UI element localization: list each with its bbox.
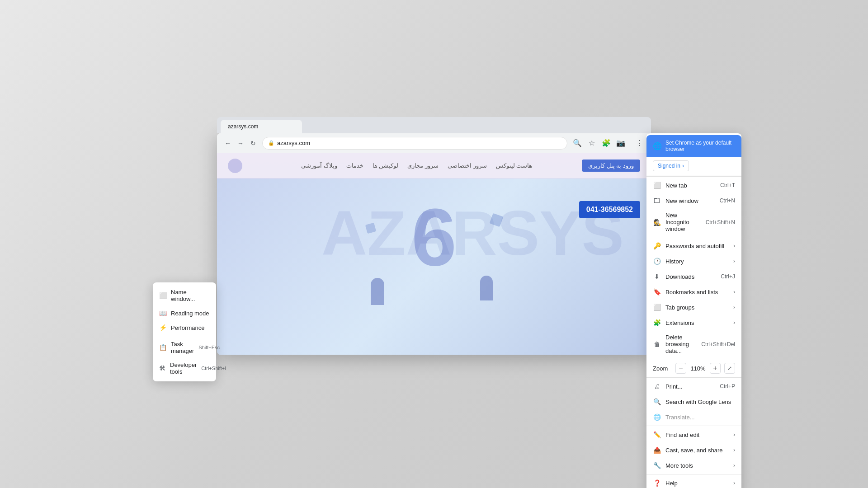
search-lens-icon: 🔍 (653, 398, 661, 406)
dev-tools-shortcut: Ctrl+Shift+I (201, 366, 226, 371)
bookmark-icon-btn[interactable]: ☆ (585, 137, 598, 150)
dev-tools-label: Developer tools (170, 361, 197, 375)
zoom-value: 110% (690, 365, 706, 372)
site-nav: هاست لینوکس سرور اختصاصی سرور مجازی لوکی… (217, 153, 651, 178)
performance-label: Performance (171, 324, 204, 331)
signed-in-label: Signed in (658, 163, 680, 169)
url-text: azarsys.com (277, 140, 310, 146)
site-hero-text: 041-36569852 (579, 192, 640, 218)
help-arrow: › (733, 480, 735, 486)
new-tab-item[interactable]: ⬜ New tab Ctrl+T (646, 178, 741, 193)
performance-icon: ⚡ (159, 324, 166, 331)
more-tools-icon: 🔧 (653, 461, 661, 469)
ctx-reading-mode[interactable]: 📖 Reading mode (153, 306, 216, 320)
forward-button[interactable]: → (235, 138, 246, 149)
downloads-item[interactable]: ⬇ Downloads Ctrl+J (646, 269, 741, 284)
panel-login-button[interactable]: ورود به پنل کاربری (582, 160, 640, 172)
bookmarks-icon: 🔖 (653, 288, 661, 296)
translate-item[interactable]: 🌐 Translate... (646, 409, 741, 425)
context-menu-small: ⬜ Name window... 📖 Reading mode ⚡ Perfor… (153, 282, 216, 381)
more-tools-item[interactable]: 🔧 More tools › (646, 458, 741, 473)
name-window-icon: ⬜ (159, 292, 166, 299)
refresh-button[interactable]: ↻ (248, 138, 259, 149)
back-button[interactable]: ← (222, 138, 233, 149)
hero-illustration: 6 (344, 188, 524, 323)
delete-browsing-item[interactable]: 🗑 Delete browsing data... Ctrl+Shift+Del (646, 330, 741, 358)
more-tools-label: More tools (665, 462, 729, 469)
site-nav-links: هاست لینوکس سرور اختصاصی سرور مجازی لوکی… (292, 162, 532, 169)
cast-save-icon: 📤 (653, 446, 661, 454)
menu-divider-3 (646, 359, 741, 359)
name-window-label: Name window... (171, 289, 210, 302)
ctx-performance[interactable]: ⚡ Performance (153, 320, 216, 335)
extensions-item[interactable]: 🧩 Extensions › (646, 315, 741, 330)
chrome-ext-icon-btn[interactable]: 🧩 (600, 137, 613, 150)
browser-toolbar: ← → ↻ 🔒 azarsys.com 🔍 ☆ 🧩 📷 ⋮ (217, 133, 651, 153)
find-edit-item[interactable]: ✏️ Find and edit › (646, 427, 741, 442)
active-tab[interactable]: azarsys.com (221, 120, 302, 133)
nav-blog[interactable]: سرور اختصاصی (448, 162, 487, 169)
new-tab-shortcut: Ctrl+T (720, 182, 735, 188)
nav-dedicated[interactable]: وبلاگ آموزشی (301, 162, 337, 169)
print-shortcut: Ctrl+P (720, 383, 735, 389)
print-label: Print... (665, 383, 715, 390)
incognito-icon: 🕵 (653, 218, 661, 226)
history-icon: 🕐 (653, 257, 661, 265)
tab-groups-item[interactable]: ⬜ Tab groups › (646, 300, 741, 315)
extensions-icon: 🧩 (653, 319, 661, 327)
dev-tools-icon: 🛠 (159, 365, 165, 372)
history-label: History (665, 258, 729, 265)
nav-locations[interactable]: لوکیشن ها (373, 162, 399, 169)
nav-about[interactable]: هاست لینوکس (496, 162, 533, 169)
nav-buttons: ← → ↻ (222, 138, 259, 149)
signed-in-arrow: › (682, 163, 684, 169)
phone-number: 041-36569852 (579, 201, 640, 218)
toolbar-actions: 🔍 ☆ 🧩 📷 ⋮ (571, 137, 646, 150)
tab-groups-arrow: › (733, 304, 735, 310)
delete-browsing-shortcut: Ctrl+Shift+Del (701, 341, 735, 347)
signed-in-button[interactable]: Signed in › (653, 160, 689, 171)
new-window-label: New window (665, 197, 715, 204)
downloads-shortcut: Ctrl+J (721, 273, 735, 280)
find-edit-icon: ✏️ (653, 431, 661, 439)
task-manager-label: Task manager (171, 341, 194, 354)
lock-icon: 🔒 (268, 140, 274, 146)
reading-mode-icon: 📖 (159, 310, 166, 317)
history-item[interactable]: 🕐 History › (646, 253, 741, 269)
delete-browsing-icon: 🗑 (653, 340, 661, 348)
tab-groups-icon: ⬜ (653, 303, 661, 311)
search-lens-item[interactable]: 🔍 Search with Google Lens (646, 394, 741, 409)
nav-vserver[interactable]: خدمات (346, 162, 363, 169)
zoom-in-button[interactable]: + (710, 363, 721, 374)
zoom-fullscreen-button[interactable]: ⤢ (724, 363, 735, 374)
help-item[interactable]: ❓ Help › (646, 475, 741, 488)
chrome-logo-icon: 🌐 (653, 142, 662, 150)
screenshot-icon-btn[interactable]: 📷 (614, 137, 627, 150)
new-window-item[interactable]: 🗔 New window Ctrl+N (646, 193, 741, 208)
cast-save-item[interactable]: 📤 Cast, save, and share › (646, 442, 741, 458)
help-icon: ❓ (653, 479, 661, 487)
address-bar[interactable]: 🔒 azarsys.com (262, 137, 567, 150)
search-icon-btn[interactable]: 🔍 (571, 137, 584, 150)
help-label: Help (665, 480, 729, 487)
set-default-header[interactable]: 🌐 Set Chrome as your default browser (646, 135, 741, 157)
task-manager-icon: 📋 (159, 344, 166, 351)
bookmarks-item[interactable]: 🔖 Bookmarks and lists › (646, 284, 741, 300)
ctx-task-manager[interactable]: 📋 Task manager Shift+Esc (153, 337, 216, 358)
menu-divider-4 (646, 377, 741, 378)
chrome-menu-button[interactable]: ⋮ (633, 137, 646, 150)
reading-mode-label: Reading mode (171, 310, 209, 317)
task-manager-shortcut: Shift+Esc (198, 345, 220, 350)
passwords-label: Passwords and autofill (665, 243, 729, 249)
new-incognito-item[interactable]: 🕵 New Incognito window Ctrl+Shift+N (646, 208, 741, 236)
nav-services[interactable]: سرور مجازی (407, 162, 439, 169)
translate-icon: 🌐 (653, 413, 661, 421)
cast-save-arrow: › (733, 447, 735, 453)
zoom-out-button[interactable]: − (675, 363, 686, 374)
menu-divider-2 (646, 237, 741, 237)
ctx-name-window[interactable]: ⬜ Name window... (153, 285, 216, 306)
print-item[interactable]: 🖨 Print... Ctrl+P (646, 379, 741, 394)
ctx-dev-tools[interactable]: 🛠 Developer tools Ctrl+Shift+I (153, 358, 216, 379)
downloads-icon: ⬇ (653, 272, 661, 281)
passwords-item[interactable]: 🔑 Passwords and autofill › (646, 238, 741, 253)
